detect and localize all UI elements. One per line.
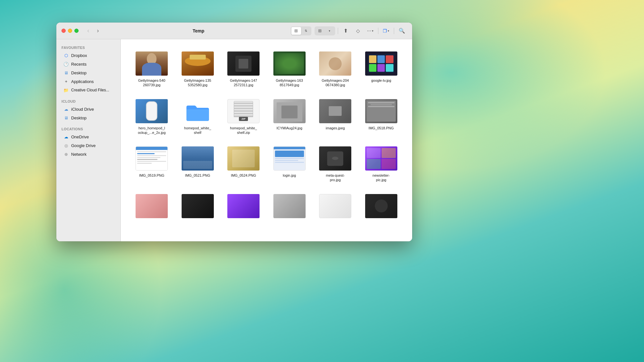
search-button[interactable]: 🔍 — [397, 26, 407, 35]
file-item[interactable] — [222, 191, 265, 223]
sidebar-item-icloud-label: iCloud Drive — [71, 107, 94, 112]
sidebar: Favourites ⬡ Dropbox 🕐 Recents 🖥 Desktop… — [56, 39, 121, 241]
locations-section-label: Locations — [56, 125, 120, 132]
file-item[interactable]: IMG_0524.PNG — [222, 144, 265, 185]
tag-icon: ◇ — [356, 28, 360, 34]
file-item[interactable]: IMG_0518.PNG — [360, 97, 403, 138]
file-item[interactable] — [314, 191, 357, 223]
more-icon: ··· — [367, 28, 371, 34]
file-item[interactable]: ICYMIAug24.jpg — [268, 97, 311, 138]
sidebar-item-creative-cloud[interactable]: 📁 Creative Cloud Files... — [58, 86, 118, 94]
file-thumbnail — [273, 51, 306, 76]
dropbox-chevron-icon: ▾ — [388, 29, 389, 32]
file-thumbnail — [182, 146, 214, 171]
icloud-section-label: iCloud — [56, 97, 120, 105]
file-item[interactable]: IMG_0519.PNG — [130, 144, 173, 185]
file-grid: GettyImages-540260739.jpg GettyImages-13… — [127, 46, 406, 227]
file-name: ICYMIAug24.jpg — [277, 126, 302, 130]
file-item[interactable]: GettyImages-540260739.jpg — [130, 49, 173, 90]
file-name: homepod_white_shelf.zip — [230, 126, 257, 135]
file-name: GettyImages-2040674380.jpg — [322, 78, 349, 88]
file-name: GettyImages-540260739.jpg — [138, 78, 165, 88]
file-item[interactable]: hero_homepod_lockup_...e_2x.jpg — [130, 97, 173, 138]
sort-view-button[interactable]: ⇅ — [301, 27, 311, 35]
file-thumbnail — [365, 146, 397, 171]
sidebar-item-recents[interactable]: 🕐 Recents — [58, 60, 118, 68]
file-item[interactable]: IMG_0521.PNG — [176, 144, 219, 185]
sidebar-item-dropbox-label: Dropbox — [71, 53, 87, 58]
window-title: Temp — [109, 28, 288, 33]
file-thumbnail — [365, 51, 397, 76]
more-chevron-icon: ▾ — [372, 29, 374, 32]
file-thumbnail — [227, 146, 260, 171]
view-options-button[interactable]: ⊞ — [315, 27, 325, 35]
sidebar-item-desktop[interactable]: 🖥 Desktop — [58, 69, 118, 77]
file-item[interactable] — [176, 191, 219, 223]
file-thumbnail — [136, 194, 168, 218]
toolbar-separator-2 — [378, 28, 378, 34]
close-button[interactable] — [62, 29, 66, 33]
dropbox-button[interactable]: ❐ ▾ — [381, 26, 391, 35]
minimize-button[interactable] — [68, 29, 72, 33]
sidebar-item-icloud-drive[interactable]: ☁ iCloud Drive — [58, 105, 118, 113]
chevron-left-icon: ‹ — [87, 27, 89, 34]
sidebar-item-network[interactable]: ⊕ Network — [58, 150, 118, 158]
file-thumbnail — [273, 146, 306, 171]
file-thumbnail — [319, 146, 351, 171]
file-thumbnail — [136, 146, 168, 171]
file-name: meta-quest-pro.jpg — [326, 173, 345, 182]
tag-button[interactable]: ◇ — [353, 26, 363, 35]
file-item[interactable]: newsletter-pic.jpg — [360, 144, 403, 185]
more-button[interactable]: ··· ▾ — [365, 26, 375, 35]
icloud-icon: ☁ — [63, 107, 69, 112]
file-item[interactable]: login.jpg — [268, 144, 311, 185]
sidebar-item-onedrive[interactable]: ☁ OneDrive — [58, 133, 118, 141]
file-thumbnail — [319, 99, 351, 123]
sidebar-item-dropbox[interactable]: ⬡ Dropbox — [58, 51, 118, 60]
sidebar-item-applications-label: Applications — [71, 79, 94, 84]
file-item[interactable] — [130, 191, 173, 223]
file-item[interactable]: GettyImages-1638517649.jpg — [268, 49, 311, 90]
maximize-button[interactable] — [74, 29, 79, 33]
file-name: GettyImages-1472572311.jpg — [230, 78, 257, 88]
share-button[interactable]: ⬆ — [341, 26, 351, 35]
file-thumbnail — [365, 194, 397, 218]
file-item[interactable]: GettyImages-1355352580.jpg — [176, 49, 219, 90]
dropbox-icon: ❐ — [383, 28, 387, 33]
grid-view-button[interactable]: ⊞ — [291, 27, 301, 35]
toolbar-right: ⊞ ⇅ ⊞ ▾ ⬆ ◇ ··· — [291, 26, 407, 35]
favourites-section-label: Favourites — [56, 43, 120, 51]
file-name: GettyImages-1355352580.jpg — [184, 78, 211, 88]
sidebar-item-onedrive-label: OneDrive — [71, 135, 89, 139]
file-name: GettyImages-1638517649.jpg — [276, 78, 303, 88]
file-item[interactable]: images.jpeg — [314, 97, 357, 138]
file-thumbnail — [182, 51, 214, 76]
sidebar-item-applications[interactable]: ✦ Applications — [58, 77, 118, 86]
back-button[interactable]: ‹ — [84, 26, 93, 35]
file-item[interactable]: ZIP homepod_white_shelf.zip — [222, 97, 265, 138]
sidebar-item-google-drive[interactable]: ◎ Google Drive — [58, 141, 118, 150]
finder-window: ‹ › Temp ⊞ ⇅ ⊞ ▾ — [56, 23, 412, 241]
file-item[interactable]: google-tv.jpg — [360, 49, 403, 90]
view-toggle-2: ⊞ ▾ — [315, 26, 335, 35]
sidebar-item-cc-label: Creative Cloud Files... — [71, 88, 109, 92]
sidebar-item-recents-label: Recents — [71, 62, 87, 67]
file-item[interactable]: homepod_white_shelf — [176, 97, 219, 138]
sidebar-item-gdrive-label: Google Drive — [71, 143, 96, 148]
file-thumbnail — [365, 99, 397, 123]
forward-button[interactable]: › — [93, 26, 102, 35]
file-item[interactable] — [268, 191, 311, 223]
file-item[interactable]: GettyImages-2040674380.jpg — [314, 49, 357, 90]
sidebar-item-icloud-desktop[interactable]: 🖥 Desktop — [58, 114, 118, 122]
traffic-lights — [62, 29, 79, 33]
gdrive-icon: ◎ — [63, 143, 69, 148]
file-item[interactable] — [360, 191, 403, 223]
apps-icon: ✦ — [63, 79, 69, 84]
file-item[interactable]: meta-quest-pro.jpg — [314, 144, 357, 185]
view-options-dropdown[interactable]: ▾ — [325, 27, 335, 35]
icloud-desktop-icon: 🖥 — [63, 115, 69, 120]
chevron-right-icon: › — [97, 27, 99, 34]
onedrive-icon: ☁ — [63, 134, 69, 139]
file-item[interactable]: GettyImages-1472572311.jpg — [222, 49, 265, 90]
creative-cloud-icon: 📁 — [63, 88, 69, 93]
